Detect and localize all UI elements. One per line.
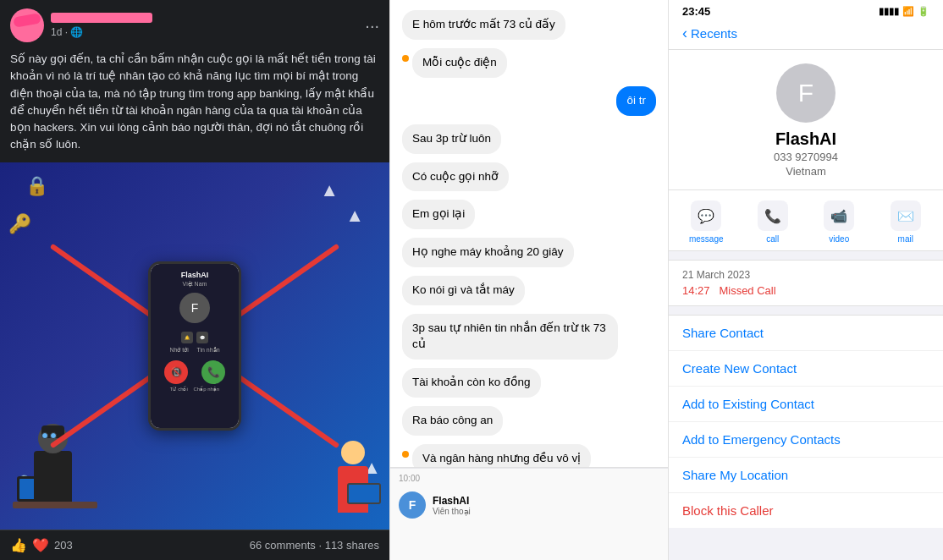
contact-header: F FlashAI 033 9270994 Vietnam [669, 50, 943, 190]
post-time: 1d · 🌐 [51, 26, 358, 38]
ios-time: 23:45 [682, 5, 710, 18]
add-existing-contact-menu-item[interactable]: Add to Existing Contact [669, 387, 943, 422]
lock-icon-2: 🔑 [8, 213, 31, 235]
msg-12: Và ngân hàng nhưng đều vô vị [412, 444, 591, 467]
orange-indicator-2 [402, 451, 409, 458]
decline-icon: 📵 [170, 366, 183, 378]
video-icon: 📹 [824, 200, 854, 231]
create-new-contact-menu-item[interactable]: Create New Contact [669, 351, 943, 387]
msg-11: Ra báo công an [402, 406, 503, 436]
message-action-button[interactable]: 💬 message [681, 200, 731, 244]
back-button[interactable]: ‹ Recents [682, 25, 929, 42]
phone-avatar-circle: F [179, 293, 210, 323]
share-location-label: Share My Location [682, 468, 788, 482]
msg-4: Sau 3p trừ luôn [402, 124, 501, 154]
ios-contact-panel: 23:45 ▮▮▮▮ 📶 🔋 ‹ Recents F FlashAI 033 9… [669, 0, 943, 560]
facebook-post-panel: 1d · 🌐 ··· Số này gọi đến, ta chỉ cần bấ… [0, 0, 389, 560]
contact-country: Vietnam [786, 165, 825, 178]
post-options-button[interactable]: ··· [365, 16, 379, 36]
share-contact-menu-item[interactable]: Share Contact [669, 316, 943, 351]
triangle-icon-2: ▲ [345, 205, 364, 227]
orange-indicator [402, 55, 409, 62]
call-labels: Từ chối Chấp nhận [170, 386, 219, 392]
mini-sub: Viên thoại [433, 507, 471, 516]
post-text: Số này gọi đến, ta chỉ cần bấm nhận cuộc… [0, 47, 389, 162]
mini-info: FlashAI Viên thoại [433, 495, 471, 516]
msg-2: Mỗi cuộc điện [412, 48, 507, 78]
chat-messages: E hôm trước mất 73 củ đấy Mỗi cuộc điện … [390, 0, 668, 467]
add-emergency-contact-menu-item[interactable]: Add to Emergency Contacts [669, 422, 943, 458]
person-laptop [347, 483, 381, 504]
contact-menu: Share Contact Create New Contact Add to … [669, 315, 943, 528]
message-icon: 💬 [691, 200, 721, 231]
mini-name: FlashAI [433, 495, 471, 507]
triangle-icon: ▲ [320, 179, 339, 201]
reaction-bar: 👍 ❤️ 203 66 comments · 113 shares [0, 530, 389, 560]
decline-button[interactable]: 📵 [164, 360, 188, 384]
glasses-right [50, 432, 57, 439]
wifi-icon: 📶 [902, 6, 914, 17]
recent-status-spacer [713, 284, 716, 297]
mini-avatar: F [399, 491, 426, 519]
phone-caller-name: FlashAI [181, 271, 209, 279]
contact-actions: 💬 message 📞 call 📹 video ✉️ mail [669, 190, 943, 251]
post-header: 1d · 🌐 ··· [0, 0, 389, 47]
avatar [10, 8, 44, 42]
mail-icon: ✉️ [891, 200, 921, 231]
phone-action-2: 💬 [196, 332, 208, 343]
accept-icon: 📞 [207, 366, 220, 378]
share-contact-label: Share Contact [682, 326, 764, 340]
poster-name-bar [51, 13, 152, 23]
msg-5: Có cuộc gọi nhỡ [402, 162, 509, 192]
comments-shares: 66 comments · 113 shares [250, 539, 379, 552]
lock-icon-1: 🔒 [25, 175, 48, 197]
contact-name: FlashAI [775, 129, 836, 149]
chat-mini-row: F FlashAI Viên thoại [390, 488, 668, 522]
share-location-menu-item[interactable]: Share My Location [669, 458, 943, 493]
glasses-left [41, 432, 48, 439]
recent-call-info: 14:27 Missed Call [682, 284, 929, 297]
illustration: 🔒 🔑 🔒 ▲ ▲ ▲ [0, 162, 389, 530]
contact-avatar: F [776, 63, 835, 123]
recent-time: 14:27 [682, 284, 710, 297]
call-label: call [766, 234, 779, 244]
phone-action-1: 🔔 [181, 332, 193, 343]
block-caller-label: Block this Caller [682, 503, 774, 518]
msg-9: 3p sau tự nhiên tin nhắn đến trừ tk 73 c… [402, 314, 618, 360]
battery-icon: 🔋 [918, 6, 929, 17]
chat-panel: E hôm trước mất 73 củ đấy Mỗi cuộc điện … [389, 0, 669, 560]
signal-icon: ▮▮▮▮ [879, 6, 899, 17]
msg-6: Em gọi lại [402, 200, 475, 229]
block-caller-menu-item[interactable]: Block this Caller [669, 493, 943, 528]
create-new-contact-label: Create New Contact [682, 361, 797, 376]
msg-row-12: Và ngân hàng nhưng đều vô vị [402, 444, 656, 467]
phone-action-row: 🔔 💬 [181, 332, 208, 343]
message-label: message [689, 234, 724, 244]
add-existing-contact-label: Add to Existing Contact [682, 397, 814, 411]
call-action-button[interactable]: 📞 call [747, 200, 798, 244]
phone-call-buttons: 📵 📞 [164, 360, 225, 384]
msg-8: Ko nói gì và tắt máy [402, 276, 525, 305]
call-icon: 📞 [758, 200, 788, 231]
post-meta: 1d · 🌐 [51, 13, 358, 38]
back-label: Recents [691, 26, 737, 41]
msg-10: Tài khoản còn ko đồng [402, 368, 541, 398]
chat-bottom-section: 10:00 F FlashAI Viên thoại [390, 467, 668, 560]
video-label: video [829, 234, 849, 244]
add-emergency-contact-label: Add to Emergency Contacts [682, 432, 841, 447]
incoming-call-label: Nhớ tới Tin nhắn [169, 347, 219, 354]
mail-action-button[interactable]: ✉️ mail [880, 200, 931, 244]
phone-caller-sub: Việt Nam [183, 281, 207, 288]
recent-status: Missed Call [719, 284, 775, 297]
recent-date: 21 March 2023 [682, 269, 929, 281]
accept-button[interactable]: 📞 [201, 360, 225, 384]
msg-1: E hôm trước mất 73 củ đấy [402, 10, 565, 40]
ios-status-bar: 23:45 ▮▮▮▮ 📶 🔋 [669, 0, 943, 21]
ios-nav-bar: ‹ Recents [669, 21, 943, 50]
person-head [341, 441, 365, 464]
phone-screen: FlashAI Việt Nam F 🔔 💬 Nhớ tới Tin nhắn … [151, 264, 239, 428]
post-image: 🔒 🔑 🔒 ▲ ▲ ▲ [0, 162, 389, 530]
video-action-button[interactable]: 📹 video [813, 200, 864, 244]
phone-mockup: FlashAI Việt Nam F 🔔 💬 Nhớ tới Tin nhắn … [148, 261, 241, 431]
chevron-left-icon: ‹ [682, 25, 687, 42]
